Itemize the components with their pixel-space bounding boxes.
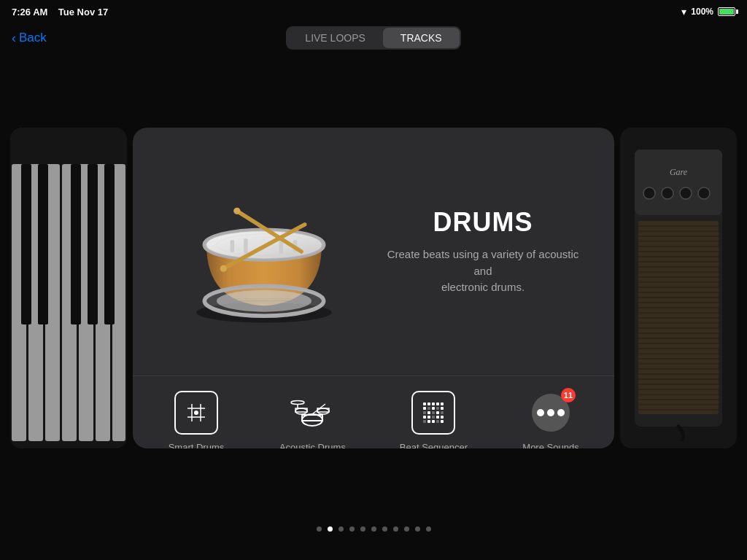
segment-control: LIVE LOOPS TRACKS <box>286 26 460 50</box>
svg-point-82 <box>698 187 710 199</box>
status-indicators: ▾ 100% <box>681 6 735 18</box>
svg-rect-9 <box>38 164 48 324</box>
back-chevron-icon: ‹ <box>12 31 16 46</box>
page-dots <box>0 518 747 540</box>
svg-rect-59 <box>432 411 435 414</box>
svg-rect-48 <box>427 402 430 405</box>
svg-rect-52 <box>423 407 426 410</box>
svg-point-30 <box>233 208 240 214</box>
wifi-icon: ▾ <box>681 6 686 18</box>
svg-rect-47 <box>423 402 426 405</box>
svg-rect-53 <box>427 407 430 410</box>
piano-panel[interactable] <box>10 128 127 448</box>
option-beat-sequencer[interactable]: Beat Sequencer <box>400 391 468 448</box>
svg-rect-71 <box>441 420 444 423</box>
dot-5 <box>360 526 365 532</box>
card-info: DRUMS Create beats using a variety of ac… <box>381 207 585 296</box>
svg-rect-56 <box>441 407 444 410</box>
svg-point-74 <box>547 409 554 416</box>
svg-rect-55 <box>436 407 439 410</box>
tab-live-loops[interactable]: LIVE LOOPS <box>287 28 382 48</box>
svg-text:Gare: Gare <box>670 167 688 177</box>
more-sounds-icon: 11 <box>529 391 573 435</box>
svg-rect-21 <box>231 240 235 252</box>
svg-point-44 <box>291 401 304 405</box>
smart-drums-icon <box>174 391 218 435</box>
svg-rect-12 <box>104 164 115 324</box>
svg-rect-77 <box>635 149 722 215</box>
svg-rect-61 <box>441 411 444 414</box>
dot-11 <box>426 526 431 532</box>
svg-rect-62 <box>423 416 426 419</box>
svg-rect-70 <box>436 420 439 423</box>
svg-point-40 <box>295 408 307 414</box>
dot-9 <box>404 526 409 532</box>
svg-rect-66 <box>441 416 444 419</box>
option-acoustic-drums[interactable]: Acoustic Drums <box>279 391 346 448</box>
back-label: Back <box>19 31 47 45</box>
beat-sequencer-icon <box>411 391 455 435</box>
dot-8 <box>393 526 398 532</box>
dot-2 <box>328 526 333 532</box>
svg-rect-54 <box>432 407 435 410</box>
svg-rect-69 <box>432 420 435 423</box>
status-bar: 7:26 AM Tue Nov 17 ▾ 100% <box>0 0 747 23</box>
card-options: Smart Drums <box>133 376 614 448</box>
svg-point-81 <box>680 187 692 199</box>
option-smart-drums[interactable]: Smart Drums <box>167 391 225 448</box>
drum-illustration <box>162 149 366 354</box>
svg-rect-57 <box>423 411 426 414</box>
svg-rect-67 <box>423 420 426 423</box>
svg-rect-58 <box>427 411 430 414</box>
time-display: 7:26 AM <box>12 7 47 18</box>
date-display: Tue Nov 17 <box>58 7 108 18</box>
instrument-card: DRUMS Create beats using a variety of ac… <box>133 128 614 448</box>
svg-rect-41 <box>295 408 307 412</box>
dot-7 <box>382 526 387 532</box>
main-content: DRUMS Create beats using a variety of ac… <box>0 58 747 518</box>
svg-rect-50 <box>436 402 439 405</box>
more-sounds-label: More Sounds <box>522 442 578 448</box>
tab-tracks[interactable]: TRACKS <box>383 28 460 48</box>
svg-rect-65 <box>436 416 439 419</box>
svg-rect-64 <box>432 416 435 419</box>
dot-6 <box>371 526 376 532</box>
dot-1 <box>317 526 322 532</box>
more-sounds-badge: 11 <box>561 388 576 402</box>
dot-3 <box>338 526 344 532</box>
svg-rect-8 <box>21 164 31 324</box>
svg-rect-60 <box>436 411 439 414</box>
acoustic-drums-icon <box>290 391 334 435</box>
option-more-sounds[interactable]: 11 More Sounds <box>522 391 580 448</box>
svg-point-75 <box>557 409 565 416</box>
svg-point-80 <box>662 187 673 199</box>
card-title: DRUMS <box>381 207 585 238</box>
svg-point-32 <box>220 265 227 272</box>
header: ‹ Back LIVE LOOPS TRACKS <box>0 23 747 58</box>
svg-point-37 <box>194 411 198 415</box>
amp-panel[interactable]: Gare <box>620 128 737 448</box>
battery-percent: 100% <box>691 7 713 17</box>
svg-point-73 <box>537 409 544 416</box>
amp-visual: Gare <box>620 128 737 448</box>
dot-10 <box>415 526 420 532</box>
dot-4 <box>349 526 355 532</box>
svg-rect-22 <box>244 238 248 253</box>
svg-point-79 <box>643 187 655 199</box>
beat-sequencer-label: Beat Sequencer <box>400 442 468 448</box>
acoustic-drums-label: Acoustic Drums <box>279 442 346 448</box>
card-top: DRUMS Create beats using a variety of ac… <box>133 128 614 376</box>
svg-rect-51 <box>441 402 444 405</box>
card-description: Create beats using a variety of acoustic… <box>381 246 585 296</box>
back-button[interactable]: ‹ Back <box>12 31 47 46</box>
piano-visual <box>10 128 127 448</box>
svg-rect-68 <box>427 420 430 423</box>
svg-rect-49 <box>432 402 435 405</box>
smart-drums-label: Smart Drums <box>169 442 225 448</box>
svg-rect-63 <box>427 416 430 419</box>
svg-rect-11 <box>88 164 98 324</box>
svg-rect-10 <box>71 164 81 324</box>
status-time: 7:26 AM Tue Nov 17 <box>12 7 108 18</box>
battery-icon <box>718 7 735 16</box>
